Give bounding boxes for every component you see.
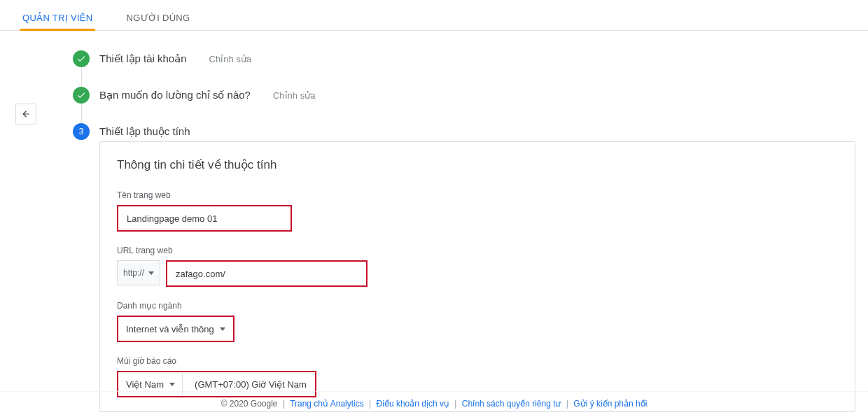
- step-1-title: Thiết lập tài khoản: [99, 52, 187, 65]
- step-1-edit-link[interactable]: Chỉnh sửa: [209, 54, 251, 64]
- website-name-input[interactable]: [119, 207, 290, 229]
- step-account: Thiết lập tài khoản Chỉnh sửa: [73, 50, 861, 87]
- card-heading: Thông tin chi tiết về thuộc tính: [117, 157, 838, 172]
- step-status-current: 3: [73, 123, 90, 140]
- step-measure: Bạn muốn đo lường chỉ số nào? Chỉnh sửa: [73, 87, 861, 123]
- back-button[interactable]: [15, 104, 36, 125]
- check-icon: [76, 54, 86, 64]
- step-2-title: Bạn muốn đo lường chỉ số nào?: [99, 89, 251, 101]
- property-details-card: Thông tin chi tiết về thuộc tính Tên tra…: [99, 141, 855, 412]
- page-footer: © 2020 Google | Trang chủ Analytics | Đi…: [0, 391, 868, 413]
- tab-admin[interactable]: QUẢN TRỊ VIÊN: [20, 7, 95, 30]
- chevron-down-icon: [169, 383, 175, 386]
- step-status-done-icon: [73, 50, 90, 67]
- highlight-box: [166, 260, 368, 287]
- industry-category-label: Danh mục ngành: [117, 301, 838, 311]
- chevron-down-icon: [148, 271, 154, 275]
- chevron-down-icon: [220, 327, 225, 331]
- website-name-label: Tên trang web: [117, 190, 838, 200]
- separator: |: [283, 399, 285, 409]
- separator: |: [566, 399, 568, 409]
- industry-category-value: Internet và viễn thông: [126, 324, 214, 334]
- website-url-input[interactable]: [168, 262, 365, 285]
- field-website-url: URL trang web http://: [117, 246, 838, 287]
- step-3-title: Thiết lập thuộc tính: [99, 125, 190, 138]
- separator: |: [369, 399, 371, 409]
- timezone-label: Múi giờ báo cáo: [117, 356, 838, 366]
- timezone-country-value: Việt Nam: [126, 379, 164, 390]
- main-content: Thiết lập tài khoản Chỉnh sửa Bạn muốn đ…: [73, 50, 868, 412]
- footer-link-feedback[interactable]: Gửi ý kiến phản hồi: [573, 399, 647, 409]
- setup-steps: Thiết lập tài khoản Chỉnh sửa Bạn muốn đ…: [73, 50, 861, 412]
- field-website-name: Tên trang web: [117, 190, 838, 232]
- url-protocol-select[interactable]: http://: [117, 260, 160, 285]
- highlight-box: [117, 205, 292, 232]
- step-status-done-icon: [73, 87, 90, 104]
- tab-user[interactable]: NGƯỜI DÙNG: [123, 7, 192, 30]
- footer-link-home[interactable]: Trang chủ Analytics: [290, 399, 364, 409]
- website-url-label: URL trang web: [117, 246, 838, 255]
- arrow-left-icon: [20, 109, 32, 119]
- separator: |: [454, 399, 456, 409]
- step-property: 3 Thiết lập thuộc tính: [73, 123, 861, 147]
- footer-link-privacy[interactable]: Chính sách quyền riêng tư: [462, 399, 561, 409]
- url-protocol-value: http://: [123, 268, 144, 278]
- highlight-box: Internet và viễn thông: [117, 316, 234, 342]
- footer-link-tos[interactable]: Điều khoản dịch vụ: [377, 399, 449, 409]
- check-icon: [76, 90, 86, 100]
- industry-category-select[interactable]: Internet và viễn thông: [119, 318, 232, 340]
- top-tabs: QUẢN TRỊ VIÊN NGƯỜI DÙNG: [0, 0, 868, 31]
- footer-copyright: © 2020 Google: [221, 399, 278, 409]
- step-2-edit-link[interactable]: Chỉnh sửa: [273, 90, 315, 101]
- field-industry-category: Danh mục ngành Internet và viễn thông: [117, 301, 838, 342]
